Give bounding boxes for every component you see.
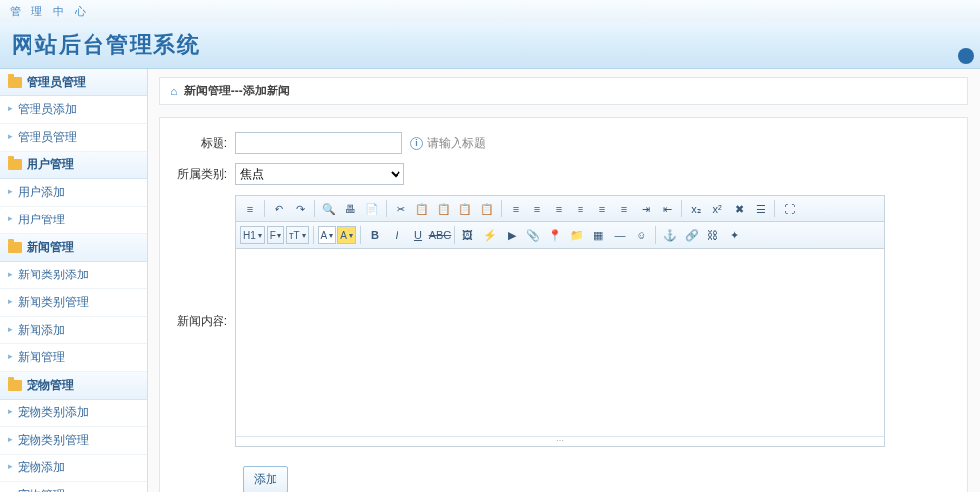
link-icon[interactable]: 🔗 xyxy=(682,225,702,245)
editor-resize-handle[interactable]: ⋯ xyxy=(236,436,884,446)
sidebar-item[interactable]: 宠物管理 xyxy=(0,482,147,492)
fullscreen-icon[interactable]: ⛶ xyxy=(779,199,799,218)
attach-icon[interactable]: 📎 xyxy=(523,225,543,245)
sidebar-group-label: 新闻管理 xyxy=(27,239,74,256)
sidebar-group[interactable]: 宠物管理 xyxy=(0,372,147,400)
align-right-icon[interactable]: ≡ xyxy=(549,199,569,218)
flash-icon[interactable]: ⚡ xyxy=(480,225,500,245)
title-input[interactable] xyxy=(235,132,402,154)
list-ol-icon[interactable]: ≡ xyxy=(592,199,612,218)
file-icon[interactable]: 📁 xyxy=(567,225,586,245)
undo-icon[interactable]: ↶ xyxy=(269,199,288,218)
clear-format-icon[interactable]: ✖ xyxy=(729,199,749,218)
paste-icon[interactable]: 📋 xyxy=(434,199,454,218)
cut-icon[interactable]: ✂ xyxy=(391,199,410,218)
copy-icon[interactable]: 📋 xyxy=(412,199,432,218)
sidebar-item[interactable]: 用户管理 xyxy=(0,207,147,234)
submit-button[interactable]: 添加 xyxy=(243,466,288,492)
category-select[interactable]: 焦点 xyxy=(235,163,404,185)
unlink-icon[interactable]: ⛓ xyxy=(704,225,723,245)
hr-icon[interactable]: — xyxy=(610,225,630,245)
category-label: 所属类别: xyxy=(176,166,235,183)
bold-icon[interactable]: B xyxy=(365,225,385,245)
main-content: ⌂ 新闻管理---添加新闻 标题: i 请输入标题 所属类别: 焦点 新闻内容: xyxy=(148,69,980,492)
sidebar-group-label: 用户管理 xyxy=(27,156,74,173)
strike-icon[interactable]: ABC xyxy=(430,225,450,245)
folder-icon xyxy=(8,77,22,88)
anchor-icon[interactable]: ⚓ xyxy=(660,225,680,245)
sidebar-item[interactable]: 宠物类别添加 xyxy=(0,400,147,427)
sidebar-item[interactable]: 宠物添加 xyxy=(0,455,147,482)
home-icon: ⌂ xyxy=(170,84,178,98)
font-size-select[interactable]: тT▾ xyxy=(286,226,309,244)
redo-icon[interactable]: ↷ xyxy=(290,199,310,218)
sidebar-item[interactable]: 用户添加 xyxy=(0,179,147,207)
indent-icon[interactable]: ⇥ xyxy=(636,199,655,218)
title-label: 标题: xyxy=(176,135,235,152)
header-top-label: 管 理 中 心 xyxy=(0,0,980,23)
align-justify-icon[interactable]: ≡ xyxy=(571,199,590,218)
paste-text-icon[interactable]: 📋 xyxy=(456,199,475,218)
paste-word-icon[interactable]: 📋 xyxy=(477,199,497,218)
emoji-icon[interactable]: ☺ xyxy=(632,225,651,245)
folder-icon xyxy=(8,242,22,253)
header-main: 网站后台管理系统 xyxy=(0,23,980,69)
select-all-icon[interactable]: ☰ xyxy=(751,199,770,218)
list-ul-icon[interactable]: ≡ xyxy=(614,199,634,218)
heading-select[interactable]: H1▾ xyxy=(240,226,265,244)
font-color-select[interactable]: A▾ xyxy=(318,226,337,244)
subscript-icon[interactable]: x₂ xyxy=(686,199,705,218)
page-title: 网站后台管理系统 xyxy=(12,31,968,60)
editor-toolbar-row2: H1▾ F▾ тT▾ A▾ A▾ B I U ABC 🖼 ⚡ xyxy=(236,222,884,249)
image-icon[interactable]: 🖼 xyxy=(459,225,478,245)
print-icon[interactable]: 🖶 xyxy=(340,199,360,218)
sidebar-item[interactable]: 宠物类别管理 xyxy=(0,427,147,455)
sidebar-item[interactable]: 新闻管理 xyxy=(0,344,147,372)
content-label: 新闻内容: xyxy=(176,313,235,330)
media-icon[interactable]: ▶ xyxy=(502,225,521,245)
template-icon[interactable]: 📄 xyxy=(362,199,382,218)
sidebar-group-label: 宠物管理 xyxy=(27,377,74,394)
sidebar-group-label: 管理员管理 xyxy=(27,74,86,91)
sidebar-group[interactable]: 新闻管理 xyxy=(0,234,147,262)
sidebar-item[interactable]: 新闻类别管理 xyxy=(0,289,147,317)
title-hint: i 请输入标题 xyxy=(410,135,486,152)
breadcrumb: ⌂ 新闻管理---添加新闻 xyxy=(159,77,968,105)
info-icon: i xyxy=(410,137,423,150)
rich-editor: ≡ ↶ ↷ 🔍 🖶 📄 ✂ 📋 📋 📋 📋 xyxy=(235,195,885,447)
header-icon xyxy=(958,48,974,64)
sidebar-group[interactable]: 用户管理 xyxy=(0,152,147,179)
superscript-icon[interactable]: x² xyxy=(707,199,727,218)
sidebar-item[interactable]: 新闻添加 xyxy=(0,317,147,344)
align-left-icon[interactable]: ≡ xyxy=(506,199,525,218)
sidebar: 管理员管理管理员添加管理员管理用户管理用户添加用户管理新闻管理新闻类别添加新闻类… xyxy=(0,69,148,492)
italic-icon[interactable]: I xyxy=(387,225,406,245)
folder-icon xyxy=(8,380,22,391)
sidebar-item[interactable]: 管理员添加 xyxy=(0,96,147,124)
outdent-icon[interactable]: ⇤ xyxy=(657,199,677,218)
breadcrumb-text: 新闻管理---添加新闻 xyxy=(184,83,290,99)
font-family-select[interactable]: F▾ xyxy=(267,226,284,244)
align-center-icon[interactable]: ≡ xyxy=(527,199,547,218)
about-icon[interactable]: ✦ xyxy=(725,225,745,245)
map-icon[interactable]: 📍 xyxy=(545,225,565,245)
source-icon[interactable]: ≡ xyxy=(240,199,260,218)
underline-icon[interactable]: U xyxy=(408,225,428,245)
table-icon[interactable]: ▦ xyxy=(588,225,608,245)
sidebar-group[interactable]: 管理员管理 xyxy=(0,69,147,96)
folder-icon xyxy=(8,159,22,170)
preview-icon[interactable]: 🔍 xyxy=(319,199,338,218)
form-panel: 标题: i 请输入标题 所属类别: 焦点 新闻内容: ≡ xyxy=(159,117,968,492)
sidebar-item[interactable]: 管理员管理 xyxy=(0,124,147,152)
sidebar-item[interactable]: 新闻类别添加 xyxy=(0,262,147,289)
bg-color-select[interactable]: A▾ xyxy=(337,226,356,244)
editor-toolbar-row1: ≡ ↶ ↷ 🔍 🖶 📄 ✂ 📋 📋 📋 📋 xyxy=(236,196,884,222)
editor-body[interactable] xyxy=(236,249,884,436)
